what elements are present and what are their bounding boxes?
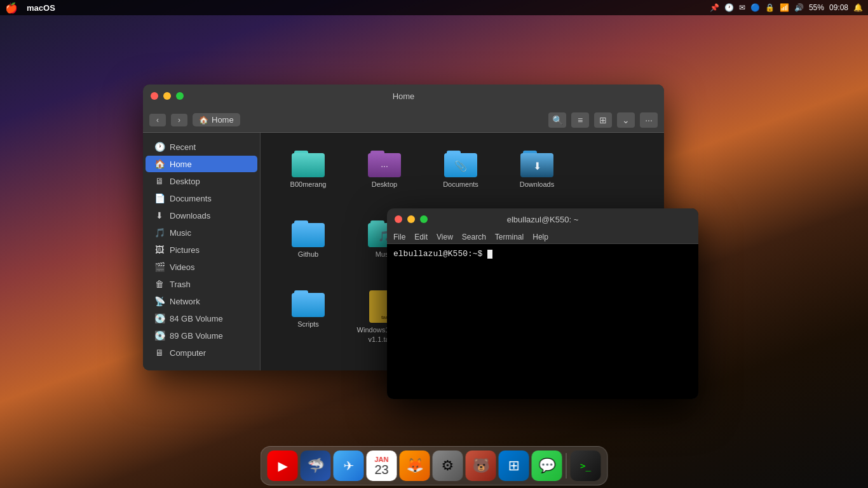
- bear-icon: 🐻: [472, 458, 489, 474]
- terminal-menu-view[interactable]: View: [437, 233, 453, 241]
- file-item-boomerang[interactable]: B00merang: [273, 146, 343, 209]
- menubar-notification[interactable]: 🔔: [853, 3, 863, 12]
- sidebar: 🕐 Recent 🏠 Home 🖥 Desktop 📄 Documents ⬇ …: [143, 133, 261, 370]
- scripts-label: Scripts: [297, 320, 319, 329]
- airmail-icon: ✈: [343, 458, 354, 473]
- calendar-date: 23: [374, 463, 388, 476]
- sidebar-label-trash: Trash: [170, 280, 191, 289]
- dock-separator: [566, 453, 567, 478]
- menubar-app-name[interactable]: macOS: [27, 3, 55, 13]
- dock-item-preferences[interactable]: ⚙: [433, 451, 463, 481]
- more-options-button[interactable]: ···: [640, 112, 658, 128]
- dock-item-firefox[interactable]: 🦊: [400, 451, 430, 481]
- file-item-github[interactable]: Github: [273, 215, 343, 279]
- sidebar-label-pictures: Pictures: [170, 245, 200, 255]
- sidebar-item-documents[interactable]: 📄 Documents: [146, 190, 257, 207]
- dock-item-bear[interactable]: 🐻: [466, 451, 496, 481]
- dock-item-terminal[interactable]: >_: [571, 451, 601, 481]
- menubar-battery: 55%: [809, 3, 824, 12]
- sidebar-item-volume84[interactable]: 💽 84 GB Volume: [146, 310, 257, 327]
- shark-icon: 🦈: [307, 458, 324, 474]
- dock-item-airmail[interactable]: ✈: [334, 451, 364, 481]
- terminal-title: elbullazul@K550: ~: [507, 215, 579, 224]
- menubar-mail-icon[interactable]: ✉: [739, 3, 745, 12]
- sidebar-label-videos: Videos: [170, 262, 195, 272]
- documents-label: Documents: [443, 180, 478, 189]
- menubar-time: 09:08: [829, 3, 848, 12]
- dock-item-messages[interactable]: 💬: [532, 451, 562, 481]
- forward-button[interactable]: ›: [171, 114, 187, 126]
- sidebar-item-pictures[interactable]: 🖼 Pictures: [146, 241, 257, 258]
- terminal-menu-search[interactable]: Search: [462, 233, 486, 241]
- sidebar-label-music: Music: [170, 228, 191, 238]
- terminal-close-button[interactable]: [395, 215, 402, 223]
- menubar-volume-icon[interactable]: 🔊: [794, 3, 804, 12]
- sidebar-label-volume89: 89 GB Volume: [170, 331, 223, 341]
- sidebar-item-music[interactable]: 🎵 Music: [146, 224, 257, 241]
- terminal-menubar: File Edit View Search Terminal Help: [387, 230, 698, 244]
- dock-item-youtube[interactable]: ▶: [268, 451, 298, 481]
- sidebar-label-downloads: Downloads: [170, 211, 210, 220]
- documents-folder-icon: 📎: [444, 151, 477, 177]
- dock-item-shark[interactable]: 🦈: [301, 451, 331, 481]
- dock-item-windows[interactable]: ⊞: [499, 451, 529, 481]
- sidebar-label-recent: Recent: [170, 142, 196, 152]
- view-options-button[interactable]: ⌄: [617, 112, 635, 128]
- videos-icon: 🎬: [154, 262, 165, 272]
- sidebar-label-network: Network: [170, 297, 200, 306]
- terminal-maximize-button[interactable]: [420, 215, 428, 223]
- documents-icon: 📄: [154, 193, 165, 203]
- sidebar-item-computer[interactable]: 🖥 Computer: [146, 344, 257, 361]
- back-button[interactable]: ‹: [149, 114, 166, 126]
- apple-menu[interactable]: 🍎: [5, 2, 18, 14]
- dock-item-calendar[interactable]: JAN 23: [367, 451, 397, 481]
- file-item-documents[interactable]: 📎 Documents: [426, 146, 496, 209]
- sidebar-item-desktop[interactable]: 🖥 Desktop: [146, 173, 257, 189]
- sidebar-label-computer: Computer: [170, 348, 206, 358]
- sidebar-label-desktop: Desktop: [170, 177, 200, 186]
- finder-toolbar: ‹ › 🏠 Home 🔍 ≡ ⊞ ⌄ ···: [143, 107, 664, 133]
- menubar-bluetooth-icon[interactable]: 🔵: [750, 3, 760, 12]
- terminal-menu-help[interactable]: Help: [532, 233, 548, 241]
- menubar: 🍎 macOS 📌 🕐 ✉ 🔵 🔒 📶 🔊 55% 09:08 🔔: [0, 0, 868, 15]
- close-button[interactable]: [151, 92, 158, 100]
- youtube-icon: ▶: [278, 458, 287, 473]
- terminal-menu-terminal[interactable]: Terminal: [495, 233, 524, 241]
- file-item-downloads[interactable]: ⬇ Downloads: [502, 146, 572, 209]
- sidebar-item-volume89[interactable]: 💽 89 GB Volume: [146, 327, 257, 344]
- sidebar-label-volume84: 84 GB Volume: [170, 314, 223, 323]
- windows-icon: ⊞: [508, 458, 520, 474]
- downloads-label: Downloads: [520, 180, 554, 189]
- messages-icon: 💬: [538, 458, 555, 474]
- terminal-icon: >_: [580, 461, 591, 471]
- location-breadcrumb[interactable]: 🏠 Home: [193, 113, 240, 126]
- terminal-prompt: elbullazul@K550:~$: [393, 249, 492, 259]
- music-icon: 🎵: [154, 227, 165, 238]
- terminal-titlebar: elbullazul@K550: ~: [387, 208, 698, 230]
- terminal-body[interactable]: elbullazul@K550:~$: [387, 244, 698, 399]
- maximize-button[interactable]: [176, 92, 184, 100]
- minimize-button[interactable]: [163, 92, 171, 100]
- terminal-menu-file[interactable]: File: [393, 233, 405, 241]
- sidebar-item-videos[interactable]: 🎬 Videos: [146, 259, 257, 275]
- firefox-icon: 🦊: [406, 458, 423, 474]
- terminal-minimize-button[interactable]: [407, 215, 415, 223]
- sidebar-item-trash[interactable]: 🗑 Trash: [146, 276, 257, 292]
- terminal-menu-edit[interactable]: Edit: [414, 233, 428, 241]
- downloads-folder-icon: ⬇: [520, 151, 553, 177]
- preferences-icon: ⚙: [442, 458, 454, 474]
- file-item-desktop[interactable]: ··· Desktop: [349, 146, 419, 209]
- file-item-scripts[interactable]: Scripts: [273, 285, 343, 349]
- finder-titlebar: Home: [143, 85, 664, 107]
- calendar-icon: JAN: [374, 456, 388, 463]
- sidebar-item-network[interactable]: 📡 Network: [146, 293, 257, 309]
- sidebar-item-home[interactable]: 🏠 Home: [146, 156, 257, 172]
- search-button[interactable]: 🔍: [548, 112, 566, 128]
- grid-view-button[interactable]: ⊞: [594, 112, 612, 128]
- sidebar-item-recent[interactable]: 🕐 Recent: [146, 139, 257, 155]
- list-view-button[interactable]: ≡: [571, 112, 589, 128]
- menubar-wifi-icon[interactable]: 📶: [780, 3, 789, 12]
- sidebar-item-downloads[interactable]: ⬇ Downloads: [146, 207, 257, 224]
- menubar-left: 🍎 macOS: [5, 2, 55, 14]
- boomerang-folder-icon: [292, 151, 325, 177]
